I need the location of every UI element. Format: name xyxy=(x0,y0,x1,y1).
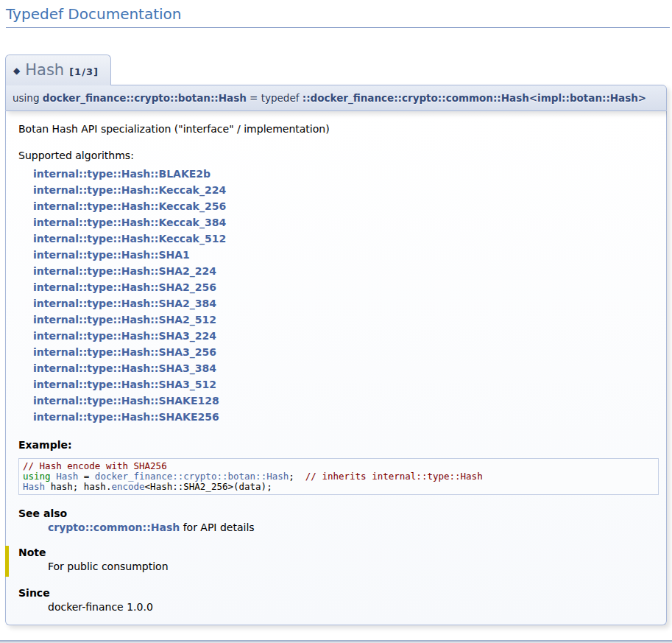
signature-target-type: ::docker_finance::crypto::common::Hash<i… xyxy=(303,92,646,104)
code-token-keyword: using xyxy=(23,471,51,482)
algorithm-link[interactable]: internal::type::Hash::Keccak_512 xyxy=(33,231,659,247)
page-title: Typedef Documentation xyxy=(6,5,670,28)
see-also-link[interactable]: crypto::common::Hash xyxy=(48,521,180,533)
code-token-plain: <Hash::SHA2_256>(data); xyxy=(145,481,272,492)
example-heading: Example: xyxy=(18,439,659,451)
code-token-plain: hash; hash. xyxy=(45,481,111,492)
algorithm-link[interactable]: internal::type::Hash::BLAKE2b xyxy=(33,166,659,182)
member-tab[interactable]: ◆Hash[1/3] xyxy=(5,55,111,85)
algorithm-link[interactable]: internal::type::Hash::SHA2_256 xyxy=(33,279,659,295)
algorithm-link[interactable]: internal::type::Hash::Keccak_384 xyxy=(33,214,659,231)
code-line: // Hash encode with SHA256 xyxy=(23,461,654,471)
algorithm-link[interactable]: internal::type::Hash::SHA3_384 xyxy=(33,360,659,376)
permalink-diamond-icon[interactable]: ◆ xyxy=(13,66,20,76)
member-description: Botan Hash API specialization ("interfac… xyxy=(18,123,659,135)
see-also-content: crypto::common::Hash for API details xyxy=(48,521,659,533)
algorithm-link[interactable]: internal::type::Hash::SHA3_224 xyxy=(33,328,659,344)
see-also-section: See also crypto::common::Hash for API de… xyxy=(18,507,659,533)
algorithm-link[interactable]: internal::type::Hash::SHAKE128 xyxy=(33,393,659,409)
code-link[interactable]: docker_finance::crypto::botan::Hash xyxy=(95,471,289,482)
since-heading: Since xyxy=(18,587,659,599)
note-section: Note For public consumption xyxy=(5,546,659,577)
next-member-header-edge xyxy=(0,640,672,643)
algorithm-link[interactable]: internal::type::Hash::SHA2_512 xyxy=(33,312,659,328)
algorithm-link[interactable]: internal::type::Hash::Keccak_224 xyxy=(33,182,659,198)
member-documentation: Botan Hash API specialization ("interfac… xyxy=(5,111,667,625)
code-link[interactable]: encode xyxy=(111,481,144,492)
code-fragment: // Hash encode with SHA256using Hash = d… xyxy=(18,458,659,495)
see-also-heading: See also xyxy=(18,507,659,519)
code-line: Hash hash; hash.encode<Hash::SHA2_256>(d… xyxy=(23,482,654,492)
member-tab-label: Hash xyxy=(25,61,64,79)
code-token-plain: ; xyxy=(289,471,305,482)
note-heading: Note xyxy=(18,547,659,558)
algorithm-link[interactable]: internal::type::Hash::SHA1 xyxy=(33,247,659,263)
signature-equals-typedef: = typedef xyxy=(247,92,303,104)
signature-name: docker_finance::crypto::botan::Hash xyxy=(43,92,247,104)
algorithm-link[interactable]: internal::type::Hash::SHA3_256 xyxy=(33,344,659,360)
algorithm-link[interactable]: internal::type::Hash::SHA3_512 xyxy=(33,376,659,393)
code-link[interactable]: Hash xyxy=(56,471,78,482)
typedef-documentation-page: Typedef Documentation ◆Hash[1/3] using d… xyxy=(0,5,672,643)
algorithm-link[interactable]: internal::type::Hash::Keccak_256 xyxy=(33,198,659,214)
algorithm-link[interactable]: internal::type::Hash::SHAKE256 xyxy=(33,409,659,425)
since-section: Since docker-finance 1.0.0 xyxy=(18,587,659,613)
see-also-text: for API details xyxy=(180,521,254,533)
algorithm-link[interactable]: internal::type::Hash::SHA2_384 xyxy=(33,295,659,312)
member-signature-row: using docker_finance::crypto::botan::Has… xyxy=(5,85,667,111)
signature-prefix: using xyxy=(13,92,43,104)
supported-algorithms-heading: Supported algorithms: xyxy=(18,150,659,161)
member-item-hash: ◆Hash[1/3] using docker_finance::crypto:… xyxy=(5,55,667,625)
since-text: docker-finance 1.0.0 xyxy=(48,601,659,613)
algorithm-list: internal::type::Hash::BLAKE2binternal::t… xyxy=(33,166,659,425)
code-token-comment: // inherits internal::type::Hash xyxy=(305,471,483,482)
code-line: using Hash = docker_finance::crypto::bot… xyxy=(23,471,654,482)
code-link[interactable]: Hash xyxy=(23,481,45,492)
note-text: For public consumption xyxy=(48,561,659,572)
algorithm-link[interactable]: internal::type::Hash::SHA2_224 xyxy=(33,263,659,279)
code-token-comment: // Hash encode with SHA256 xyxy=(23,460,167,471)
member-tab-overload-index: [1/3] xyxy=(69,66,99,77)
code-token-plain: = xyxy=(78,471,95,482)
